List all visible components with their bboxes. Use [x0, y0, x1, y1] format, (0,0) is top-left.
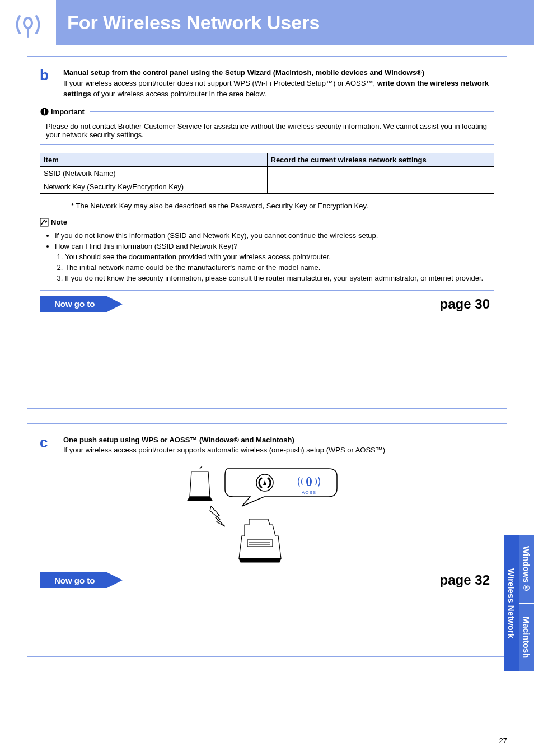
step-b-title: Manual setup from the control panel usin… — [63, 68, 424, 77]
ssid-input-cell[interactable] — [267, 166, 494, 180]
table-head-record: Record the current wireless network sett… — [267, 153, 494, 166]
settings-table: Item Record the current wireless network… — [40, 153, 494, 194]
goto-bar-c: Now go to page 32 — [40, 572, 494, 588]
note-ol-item: You should see the documentation provide… — [65, 253, 488, 261]
important-box: Please do not contact Brother Customer S… — [40, 119, 494, 145]
svg-point-0 — [24, 18, 32, 28]
side-tabs: Wireless Network Windows® Macintosh — [504, 535, 534, 671]
note-ol-item: The initial network name could be the ma… — [65, 263, 488, 272]
important-header: Important — [40, 108, 494, 116]
header-title-box: For Wireless Network Users — [56, 0, 534, 45]
step-letter-c: c — [40, 435, 63, 456]
svg-rect-4 — [44, 113, 45, 114]
tab-windows[interactable]: Windows® — [519, 535, 534, 603]
note-bullet: If you do not know this information (SSI… — [55, 231, 488, 240]
step-letter-b: b — [40, 68, 63, 100]
important-icon — [40, 108, 49, 116]
note-box: If you do not know this information (SSI… — [40, 229, 494, 291]
goto-page-c: page 32 — [440, 572, 494, 588]
asterisk-note: * The Network Key may also be described … — [71, 202, 494, 210]
page-title: For Wireless Network Users — [67, 12, 320, 34]
table-row: Network Key (Security Key/Encryption Key… — [40, 180, 494, 193]
header-banner: For Wireless Network Users — [0, 0, 534, 45]
table-cell-key: Network Key (Security Key/Encryption Key… — [40, 180, 268, 193]
aoss-label: AOSS — [302, 490, 316, 495]
key-input-cell[interactable] — [267, 180, 494, 193]
table-cell-ssid: SSID (Network Name) — [40, 166, 268, 180]
step-c-intro: If your wireless access point/router sup… — [63, 446, 385, 454]
table-row: SSID (Network Name) — [40, 166, 494, 180]
table-head-item: Item — [40, 153, 268, 166]
page-number: 27 — [499, 736, 507, 745]
svg-line-6 — [200, 466, 204, 469]
svg-rect-10 — [247, 540, 273, 547]
note-icon — [40, 218, 49, 227]
section-b-card: b Manual setup from the control panel us… — [27, 56, 507, 409]
note-header: Note — [40, 218, 494, 227]
step-b-intro-pre: If your wireless access point/router doe… — [63, 79, 377, 87]
important-text: Please do not contact Brother Customer S… — [46, 122, 487, 139]
note-bullet: How can I find this information (SSID an… — [55, 242, 488, 250]
goto-page-b: page 30 — [440, 296, 494, 312]
goto-label-b: Now go to — [40, 296, 107, 312]
tab-macintosh[interactable]: Macintosh — [519, 603, 534, 671]
important-label: Important — [51, 108, 85, 116]
tab-wireless-network[interactable]: Wireless Network — [504, 535, 519, 671]
svg-rect-3 — [44, 109, 45, 113]
section-c-card: c One push setup using WPS or AOSS™ (Win… — [27, 423, 507, 657]
step-c-title: One push setup using WPS or AOSS™ (Windo… — [63, 436, 294, 444]
wps-figure: AOSS — [40, 466, 494, 567]
wireless-header-icon — [0, 5, 56, 40]
note-label: Note — [51, 218, 67, 226]
note-ol-item: If you do not know the security informat… — [65, 274, 488, 282]
step-b-intro-post: of your wireless access point/router in … — [91, 90, 266, 98]
goto-bar-b: Now go to page 30 — [40, 296, 494, 312]
arrow-right-icon — [107, 572, 123, 588]
goto-label-c: Now go to — [40, 572, 107, 588]
svg-rect-9 — [308, 478, 310, 485]
arrow-right-icon — [107, 296, 123, 312]
